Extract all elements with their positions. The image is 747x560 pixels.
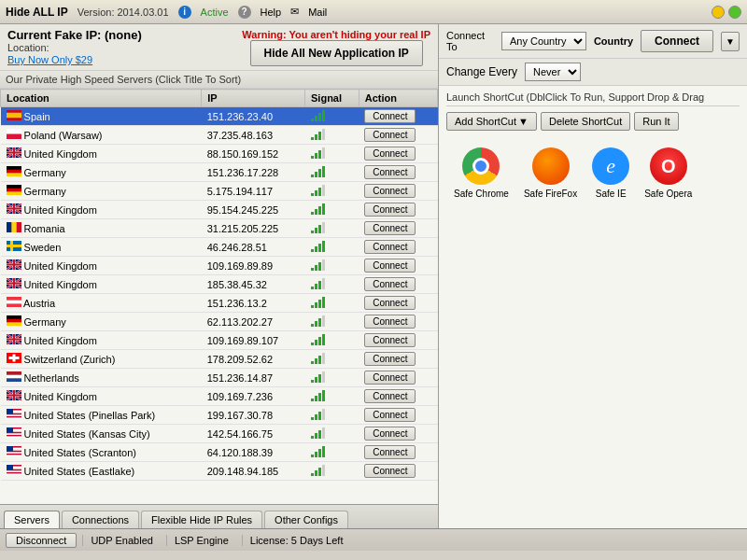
cell-ip: 95.154.245.225 xyxy=(202,201,305,219)
table-row[interactable]: Poland (Warsaw) 37.235.48.163 Connect xyxy=(1,126,438,145)
table-row[interactable]: United States (Eastlake) 209.148.94.185 … xyxy=(1,462,438,481)
svg-rect-98 xyxy=(7,427,13,433)
info-icon[interactable]: i xyxy=(178,6,191,19)
cell-ip: 62.113.202.27 xyxy=(202,313,305,331)
cell-action[interactable]: Connect xyxy=(359,238,437,257)
mail-label[interactable]: Mail xyxy=(308,7,327,18)
row-connect-button[interactable]: Connect xyxy=(364,203,416,217)
cell-location: United Kingdom xyxy=(1,145,202,163)
table-row[interactable]: United Kingdom 109.169.7.236 Connect xyxy=(1,387,438,406)
cell-action[interactable]: Connect xyxy=(359,331,437,350)
hide-all-button[interactable]: Hide All New Application IP xyxy=(250,40,423,66)
cell-action[interactable]: Connect xyxy=(359,257,437,275)
table-row[interactable]: Netherlands 151.236.14.87 Connect xyxy=(1,369,438,387)
cell-action[interactable]: Connect xyxy=(359,387,437,406)
col-ip[interactable]: IP xyxy=(202,90,305,107)
cell-action[interactable]: Connect xyxy=(359,126,437,145)
row-connect-button[interactable]: Connect xyxy=(364,445,416,459)
buy-link[interactable]: Buy Now Only $29 xyxy=(7,54,92,65)
cell-action[interactable]: Connect xyxy=(359,107,437,126)
browser-opera[interactable]: O Safe Opera xyxy=(644,147,692,199)
row-connect-button[interactable]: Connect xyxy=(364,408,416,422)
table-row[interactable]: United States (Kansas City) 142.54.166.7… xyxy=(1,425,438,443)
table-row[interactable]: Spain 151.236.23.40 Connect xyxy=(1,107,438,126)
row-connect-button[interactable]: Connect xyxy=(364,128,416,142)
tab-servers[interactable]: Servers xyxy=(4,511,60,528)
table-row[interactable]: United Kingdom 109.169.89.107 Connect xyxy=(1,331,438,350)
country-select[interactable]: Any Country xyxy=(501,32,586,50)
cell-action[interactable]: Connect xyxy=(359,443,437,462)
cell-action[interactable]: Connect xyxy=(359,275,437,294)
connect-arrow-button[interactable]: ▼ xyxy=(721,32,740,51)
row-connect-button[interactable]: Connect xyxy=(364,371,416,385)
table-row[interactable]: Sweden 46.246.28.51 Connect xyxy=(1,238,438,257)
tab-other-configs[interactable]: Other Configs xyxy=(264,511,348,528)
cell-ip: 37.235.48.163 xyxy=(202,126,305,145)
row-connect-button[interactable]: Connect xyxy=(364,315,416,329)
table-row[interactable]: United States (Scranton) 64.120.188.39 C… xyxy=(1,443,438,462)
delete-shortcut-button[interactable]: Delete ShortCut xyxy=(541,112,630,131)
cell-action[interactable]: Connect xyxy=(359,294,437,313)
table-row[interactable]: Austria 151.236.13.2 Connect xyxy=(1,294,438,313)
tab-connections[interactable]: Connections xyxy=(62,511,139,528)
cell-action[interactable]: Connect xyxy=(359,406,437,425)
row-connect-button[interactable]: Connect xyxy=(364,427,416,441)
cell-signal xyxy=(305,107,359,126)
cell-action[interactable]: Connect xyxy=(359,201,437,219)
location-label: Location: xyxy=(7,42,233,53)
row-connect-button[interactable]: Connect xyxy=(364,389,416,403)
connect-main-button[interactable]: Connect xyxy=(641,30,713,52)
disconnect-button[interactable]: Disconnect xyxy=(6,533,77,548)
col-location[interactable]: Location xyxy=(1,90,202,107)
help-label[interactable]: Help xyxy=(261,7,282,18)
col-signal[interactable]: Signal xyxy=(305,90,359,107)
table-row[interactable]: Switzerland (Zurich) 178.209.52.62 Conne… xyxy=(1,350,438,369)
row-connect-button[interactable]: Connect xyxy=(364,259,416,273)
row-connect-button[interactable]: Connect xyxy=(364,221,416,235)
browser-chrome[interactable]: Safe Chrome xyxy=(454,147,509,199)
add-shortcut-button[interactable]: Add ShortCut ▼ xyxy=(446,112,537,131)
row-connect-button[interactable]: Connect xyxy=(364,296,416,310)
version-label: Version: 2014.03.01 xyxy=(78,7,169,18)
cell-location: Poland (Warsaw) xyxy=(1,126,202,145)
table-row[interactable]: Germany 62.113.202.27 Connect xyxy=(1,313,438,331)
cell-action[interactable]: Connect xyxy=(359,350,437,369)
row-connect-button[interactable]: Connect xyxy=(364,240,416,254)
table-row[interactable]: United Kingdom 185.38.45.32 Connect xyxy=(1,275,438,294)
never-select[interactable]: Never xyxy=(525,63,581,81)
cell-action[interactable]: Connect xyxy=(359,219,437,238)
table-row[interactable]: Romania 31.215.205.225 Connect xyxy=(1,219,438,238)
tab-flexible-hide[interactable]: Flexible Hide IP Rules xyxy=(141,511,262,528)
cell-ip: 109.169.7.236 xyxy=(202,387,305,406)
table-row[interactable]: United States (Pinellas Park) 199.167.30… xyxy=(1,406,438,425)
cell-action[interactable]: Connect xyxy=(359,462,437,481)
cell-action[interactable]: Connect xyxy=(359,145,437,163)
browser-firefox[interactable]: Safe FireFox xyxy=(524,147,577,199)
table-row[interactable]: Germany 5.175.194.117 Connect xyxy=(1,182,438,201)
row-connect-button[interactable]: Connect xyxy=(364,333,416,347)
table-row[interactable]: Germany 151.236.17.228 Connect xyxy=(1,163,438,182)
maximize-button[interactable] xyxy=(728,6,741,19)
table-row[interactable]: United Kingdom 109.169.89.89 Connect xyxy=(1,257,438,275)
cell-action[interactable]: Connect xyxy=(359,313,437,331)
minimize-button[interactable] xyxy=(712,6,725,19)
cell-action[interactable]: Connect xyxy=(359,369,437,387)
row-connect-button[interactable]: Connect xyxy=(364,352,416,366)
row-connect-button[interactable]: Connect xyxy=(364,165,416,179)
help-icon[interactable]: ? xyxy=(238,6,251,19)
row-connect-button[interactable]: Connect xyxy=(364,464,416,478)
cell-action[interactable]: Connect xyxy=(359,163,437,182)
run-it-button[interactable]: Run It xyxy=(634,112,678,131)
server-table: Location IP Signal Action Spain 151.236.… xyxy=(0,89,438,504)
table-row[interactable]: United Kingdom 88.150.169.152 Connect xyxy=(1,145,438,163)
browser-ie[interactable]: e Safe IE xyxy=(592,147,629,199)
cell-action[interactable]: Connect xyxy=(359,425,437,443)
svg-rect-65 xyxy=(13,334,15,344)
table-row[interactable]: United Kingdom 95.154.245.225 Connect xyxy=(1,201,438,219)
row-connect-button[interactable]: Connect xyxy=(364,277,416,291)
row-connect-button[interactable]: Connect xyxy=(364,109,416,123)
cell-action[interactable]: Connect xyxy=(359,182,437,201)
row-connect-button[interactable]: Connect xyxy=(364,184,416,198)
cell-ip: 88.150.169.152 xyxy=(202,145,305,163)
row-connect-button[interactable]: Connect xyxy=(364,147,416,161)
